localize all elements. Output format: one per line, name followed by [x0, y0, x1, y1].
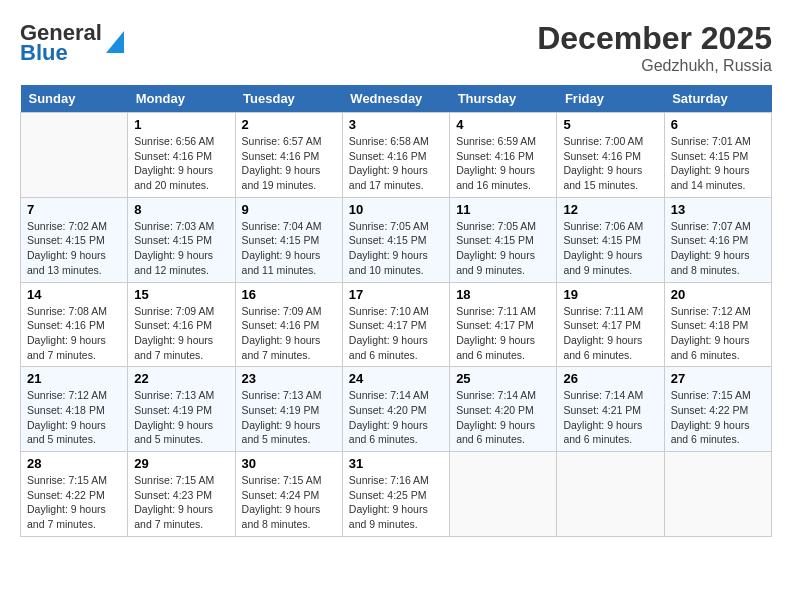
cell-date-number: 5 [563, 117, 657, 132]
cell-date-number: 3 [349, 117, 443, 132]
cell-sun-info: Sunrise: 7:03 AMSunset: 4:15 PMDaylight:… [134, 219, 228, 278]
weekday-header-saturday: Saturday [664, 85, 771, 113]
cell-sun-info: Sunrise: 7:12 AMSunset: 4:18 PMDaylight:… [671, 304, 765, 363]
calendar-week-row: 14Sunrise: 7:08 AMSunset: 4:16 PMDayligh… [21, 282, 772, 367]
calendar-cell: 11Sunrise: 7:05 AMSunset: 4:15 PMDayligh… [450, 197, 557, 282]
calendar-cell: 13Sunrise: 7:07 AMSunset: 4:16 PMDayligh… [664, 197, 771, 282]
cell-date-number: 2 [242, 117, 336, 132]
cell-sun-info: Sunrise: 7:15 AMSunset: 4:22 PMDaylight:… [27, 473, 121, 532]
cell-sun-info: Sunrise: 7:13 AMSunset: 4:19 PMDaylight:… [134, 388, 228, 447]
cell-date-number: 23 [242, 371, 336, 386]
cell-date-number: 22 [134, 371, 228, 386]
cell-sun-info: Sunrise: 6:59 AMSunset: 4:16 PMDaylight:… [456, 134, 550, 193]
calendar-week-row: 21Sunrise: 7:12 AMSunset: 4:18 PMDayligh… [21, 367, 772, 452]
cell-sun-info: Sunrise: 7:09 AMSunset: 4:16 PMDaylight:… [242, 304, 336, 363]
calendar-cell: 3Sunrise: 6:58 AMSunset: 4:16 PMDaylight… [342, 113, 449, 198]
cell-date-number: 13 [671, 202, 765, 217]
cell-sun-info: Sunrise: 7:14 AMSunset: 4:20 PMDaylight:… [349, 388, 443, 447]
cell-date-number: 19 [563, 287, 657, 302]
calendar-cell: 9Sunrise: 7:04 AMSunset: 4:15 PMDaylight… [235, 197, 342, 282]
cell-date-number: 17 [349, 287, 443, 302]
cell-date-number: 30 [242, 456, 336, 471]
logo-blue: Blue [20, 40, 68, 66]
location-subtitle: Gedzhukh, Russia [537, 57, 772, 75]
calendar-cell: 14Sunrise: 7:08 AMSunset: 4:16 PMDayligh… [21, 282, 128, 367]
cell-sun-info: Sunrise: 7:10 AMSunset: 4:17 PMDaylight:… [349, 304, 443, 363]
logo-triangle-icon [106, 31, 124, 53]
calendar-cell: 31Sunrise: 7:16 AMSunset: 4:25 PMDayligh… [342, 452, 449, 537]
calendar-cell: 30Sunrise: 7:15 AMSunset: 4:24 PMDayligh… [235, 452, 342, 537]
cell-date-number: 21 [27, 371, 121, 386]
cell-sun-info: Sunrise: 7:15 AMSunset: 4:22 PMDaylight:… [671, 388, 765, 447]
calendar-cell: 26Sunrise: 7:14 AMSunset: 4:21 PMDayligh… [557, 367, 664, 452]
cell-sun-info: Sunrise: 7:02 AMSunset: 4:15 PMDaylight:… [27, 219, 121, 278]
cell-sun-info: Sunrise: 7:15 AMSunset: 4:23 PMDaylight:… [134, 473, 228, 532]
calendar-cell: 10Sunrise: 7:05 AMSunset: 4:15 PMDayligh… [342, 197, 449, 282]
weekday-header-wednesday: Wednesday [342, 85, 449, 113]
calendar-cell: 8Sunrise: 7:03 AMSunset: 4:15 PMDaylight… [128, 197, 235, 282]
calendar-cell: 12Sunrise: 7:06 AMSunset: 4:15 PMDayligh… [557, 197, 664, 282]
calendar-cell [450, 452, 557, 537]
cell-sun-info: Sunrise: 7:07 AMSunset: 4:16 PMDaylight:… [671, 219, 765, 278]
cell-date-number: 8 [134, 202, 228, 217]
cell-date-number: 24 [349, 371, 443, 386]
calendar-week-row: 1Sunrise: 6:56 AMSunset: 4:16 PMDaylight… [21, 113, 772, 198]
weekday-header-monday: Monday [128, 85, 235, 113]
weekday-header-sunday: Sunday [21, 85, 128, 113]
weekday-header-row: SundayMondayTuesdayWednesdayThursdayFrid… [21, 85, 772, 113]
cell-sun-info: Sunrise: 7:15 AMSunset: 4:24 PMDaylight:… [242, 473, 336, 532]
weekday-header-friday: Friday [557, 85, 664, 113]
cell-date-number: 11 [456, 202, 550, 217]
cell-sun-info: Sunrise: 7:14 AMSunset: 4:20 PMDaylight:… [456, 388, 550, 447]
title-block: December 2025 Gedzhukh, Russia [537, 20, 772, 75]
calendar-cell: 4Sunrise: 6:59 AMSunset: 4:16 PMDaylight… [450, 113, 557, 198]
calendar-cell [21, 113, 128, 198]
calendar-cell: 21Sunrise: 7:12 AMSunset: 4:18 PMDayligh… [21, 367, 128, 452]
cell-sun-info: Sunrise: 7:01 AMSunset: 4:15 PMDaylight:… [671, 134, 765, 193]
cell-sun-info: Sunrise: 6:58 AMSunset: 4:16 PMDaylight:… [349, 134, 443, 193]
cell-date-number: 25 [456, 371, 550, 386]
cell-sun-info: Sunrise: 7:00 AMSunset: 4:16 PMDaylight:… [563, 134, 657, 193]
cell-date-number: 16 [242, 287, 336, 302]
cell-sun-info: Sunrise: 7:09 AMSunset: 4:16 PMDaylight:… [134, 304, 228, 363]
cell-sun-info: Sunrise: 7:13 AMSunset: 4:19 PMDaylight:… [242, 388, 336, 447]
calendar-cell: 6Sunrise: 7:01 AMSunset: 4:15 PMDaylight… [664, 113, 771, 198]
calendar-cell [664, 452, 771, 537]
calendar-cell: 28Sunrise: 7:15 AMSunset: 4:22 PMDayligh… [21, 452, 128, 537]
calendar-cell: 18Sunrise: 7:11 AMSunset: 4:17 PMDayligh… [450, 282, 557, 367]
calendar-cell: 20Sunrise: 7:12 AMSunset: 4:18 PMDayligh… [664, 282, 771, 367]
calendar-cell: 22Sunrise: 7:13 AMSunset: 4:19 PMDayligh… [128, 367, 235, 452]
calendar-cell: 24Sunrise: 7:14 AMSunset: 4:20 PMDayligh… [342, 367, 449, 452]
cell-date-number: 31 [349, 456, 443, 471]
calendar-cell: 2Sunrise: 6:57 AMSunset: 4:16 PMDaylight… [235, 113, 342, 198]
cell-date-number: 20 [671, 287, 765, 302]
cell-sun-info: Sunrise: 7:08 AMSunset: 4:16 PMDaylight:… [27, 304, 121, 363]
cell-date-number: 7 [27, 202, 121, 217]
calendar-cell [557, 452, 664, 537]
cell-date-number: 12 [563, 202, 657, 217]
calendar-cell: 29Sunrise: 7:15 AMSunset: 4:23 PMDayligh… [128, 452, 235, 537]
weekday-header-thursday: Thursday [450, 85, 557, 113]
cell-sun-info: Sunrise: 7:11 AMSunset: 4:17 PMDaylight:… [563, 304, 657, 363]
weekday-header-tuesday: Tuesday [235, 85, 342, 113]
calendar-cell: 1Sunrise: 6:56 AMSunset: 4:16 PMDaylight… [128, 113, 235, 198]
calendar-cell: 27Sunrise: 7:15 AMSunset: 4:22 PMDayligh… [664, 367, 771, 452]
cell-sun-info: Sunrise: 6:56 AMSunset: 4:16 PMDaylight:… [134, 134, 228, 193]
cell-date-number: 14 [27, 287, 121, 302]
calendar-cell: 19Sunrise: 7:11 AMSunset: 4:17 PMDayligh… [557, 282, 664, 367]
cell-sun-info: Sunrise: 6:57 AMSunset: 4:16 PMDaylight:… [242, 134, 336, 193]
cell-sun-info: Sunrise: 7:04 AMSunset: 4:15 PMDaylight:… [242, 219, 336, 278]
cell-sun-info: Sunrise: 7:12 AMSunset: 4:18 PMDaylight:… [27, 388, 121, 447]
cell-date-number: 6 [671, 117, 765, 132]
cell-sun-info: Sunrise: 7:14 AMSunset: 4:21 PMDaylight:… [563, 388, 657, 447]
cell-date-number: 15 [134, 287, 228, 302]
calendar-cell: 15Sunrise: 7:09 AMSunset: 4:16 PMDayligh… [128, 282, 235, 367]
cell-date-number: 18 [456, 287, 550, 302]
cell-sun-info: Sunrise: 7:05 AMSunset: 4:15 PMDaylight:… [349, 219, 443, 278]
calendar-table: SundayMondayTuesdayWednesdayThursdayFrid… [20, 85, 772, 537]
cell-date-number: 9 [242, 202, 336, 217]
cell-date-number: 10 [349, 202, 443, 217]
cell-date-number: 26 [563, 371, 657, 386]
svg-marker-0 [106, 31, 124, 53]
cell-date-number: 28 [27, 456, 121, 471]
